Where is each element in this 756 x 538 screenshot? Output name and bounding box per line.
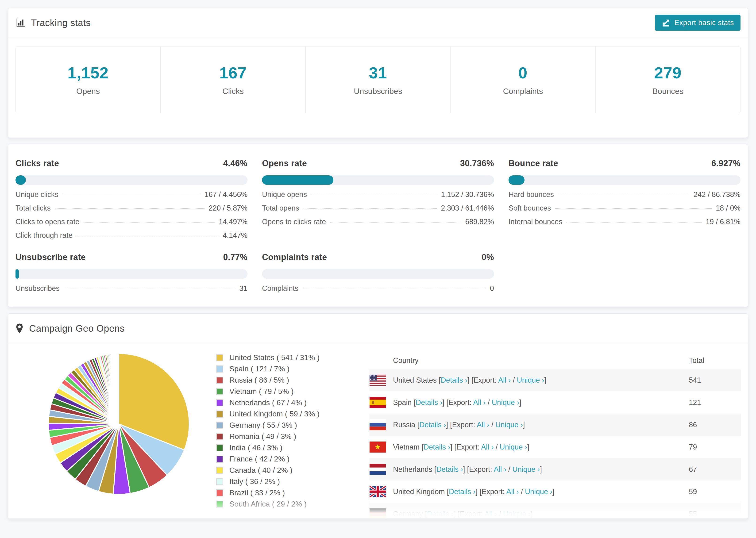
table-row-de: Germany [Details ›] [Export: All › / Uni… <box>369 503 741 519</box>
metric-value: 1,152 / 30.736% <box>441 190 494 199</box>
legend-swatch <box>216 377 223 384</box>
legend-item[interactable]: Canada ( 40 / 2% ) <box>216 466 362 475</box>
total-cell: 79 <box>689 443 741 452</box>
total-cell: 59 <box>689 488 741 496</box>
export-all-link[interactable]: All › <box>477 421 489 429</box>
metric-value: 19 / 6.81% <box>706 218 740 226</box>
stat-value: 279 <box>654 64 681 82</box>
metric-value: 4.147% <box>223 231 247 240</box>
export-unique-link[interactable]: Unique › <box>500 443 527 451</box>
country-column-header: Country <box>369 356 689 365</box>
country-cell: Vietnam [Details ›] [Export: All › / Uni… <box>369 442 689 453</box>
export-unique-link[interactable]: Unique › <box>503 510 531 518</box>
rate-title: Bounce rate <box>509 158 558 168</box>
legend-label: France ( 42 / 2% ) <box>229 455 290 463</box>
metric-label: Soft bounces <box>509 204 551 212</box>
export-all-link[interactable]: All › <box>484 510 497 518</box>
export-all-link[interactable]: All › <box>506 488 519 496</box>
details-link[interactable]: Details › <box>427 510 454 518</box>
export-unique-link[interactable]: Unique › <box>495 421 523 429</box>
dotted-leader <box>55 208 204 209</box>
legend-swatch <box>216 388 223 395</box>
legend-item[interactable]: Brazil ( 33 / 2% ) <box>216 488 362 497</box>
legend-item[interactable]: Italy ( 36 / 2% ) <box>216 477 362 486</box>
metric-value: 18 / 0% <box>716 204 740 212</box>
rate-title: Opens rate <box>262 158 307 168</box>
export-unique-link[interactable]: Unique › <box>512 465 540 473</box>
details-link[interactable]: Details › <box>423 443 450 451</box>
progress-bar-track <box>16 175 247 185</box>
export-all-link[interactable]: All › <box>481 443 494 451</box>
legend-swatch <box>216 399 223 406</box>
country-links: Netherlands [Details ›] [Export: All › /… <box>393 465 542 474</box>
metric-row: Unsubscribes31 <box>16 284 247 292</box>
details-link[interactable]: Details › <box>449 488 476 496</box>
stat-box-unsubscribes: 31Unsubscribes <box>305 46 451 113</box>
legend-item[interactable]: Spain ( 121 / 7% ) <box>216 364 362 373</box>
legend-label: India ( 46 / 3% ) <box>229 443 283 452</box>
stat-box-clicks: 167Clicks <box>160 46 305 113</box>
legend-item[interactable]: Romania ( 49 / 3% ) <box>216 432 362 441</box>
legend-swatch <box>216 467 223 474</box>
metric-row: Internal bounces19 / 6.81% <box>509 218 740 226</box>
legend-label: South Africa ( 29 / 2% ) <box>229 500 307 509</box>
legend-item[interactable]: Germany ( 55 / 3% ) <box>216 421 362 430</box>
legend-item[interactable]: India ( 46 / 3% ) <box>216 443 362 452</box>
legend-swatch <box>216 444 223 452</box>
country-links: Vietnam [Details ›] [Export: All › / Uni… <box>393 443 529 452</box>
tracking-stats-card: Tracking stats Export basic stats 1,152O… <box>8 8 748 138</box>
pie-slice[interactable] <box>119 353 119 424</box>
total-cell: 121 <box>689 398 741 407</box>
geo-opens-card: Campaign Geo Opens United States ( 541 /… <box>8 313 748 519</box>
metric-row: Opens to clicks rate689.82% <box>262 218 494 226</box>
legend-item[interactable]: Russia ( 86 / 5% ) <box>216 376 362 385</box>
details-link[interactable]: Details › <box>419 421 446 429</box>
total-column-header: Total <box>689 356 741 365</box>
total-cell: 541 <box>689 376 741 385</box>
details-link[interactable]: Details › <box>441 376 467 384</box>
table-row-vn: Vietnam [Details ›] [Export: All › / Uni… <box>369 436 741 458</box>
metric-row: Total clicks220 / 5.87% <box>16 204 247 212</box>
rate-value: 0.77% <box>223 252 247 262</box>
table-row-es: Spain [Details ›] [Export: All › / Uniqu… <box>369 391 741 413</box>
legend-label: Germany ( 55 / 3% ) <box>229 421 297 430</box>
rate-value: 30.736% <box>460 158 494 168</box>
rate-title: Complaints rate <box>262 252 327 262</box>
legend-item[interactable]: Netherlands ( 67 / 4% ) <box>216 398 362 407</box>
export-all-link[interactable]: All › <box>494 465 506 473</box>
progress-bar-fill <box>16 269 19 279</box>
legend-item[interactable]: Vietnam ( 79 / 5% ) <box>216 387 362 396</box>
country-cell: Russia [Details ›] [Export: All › / Uniq… <box>369 419 689 430</box>
metric-value: 2,303 / 61.446% <box>441 204 494 212</box>
legend-swatch <box>216 478 223 485</box>
export-all-link[interactable]: All › <box>473 398 486 406</box>
dotted-leader <box>303 289 486 289</box>
flag-nl <box>369 464 386 475</box>
legend-item[interactable]: United Kingdom ( 59 / 3% ) <box>216 409 362 418</box>
details-link[interactable]: Details › <box>416 398 443 406</box>
export-unique-link[interactable]: Unique › <box>525 488 553 496</box>
table-row-ru: Russia [Details ›] [Export: All › / Uniq… <box>369 413 741 436</box>
details-link[interactable]: Details › <box>436 465 463 473</box>
geo-legend: United States ( 541 / 31% )Spain ( 121 /… <box>216 352 362 511</box>
metric-label: Internal bounces <box>509 218 562 226</box>
legend-item[interactable]: United States ( 541 / 31% ) <box>216 353 362 362</box>
flag-ru <box>369 419 386 430</box>
dotted-leader <box>330 222 461 223</box>
export-unique-link[interactable]: Unique › <box>517 376 544 384</box>
export-unique-link[interactable]: Unique › <box>492 398 519 406</box>
rate-head: Opens rate30.736% <box>262 158 494 168</box>
export-basic-stats-button[interactable]: Export basic stats <box>655 15 740 31</box>
metric-label: Clicks to opens rate <box>16 218 80 226</box>
stat-label: Opens <box>76 86 100 96</box>
metric-label: Hard bounces <box>509 190 554 199</box>
legend-item[interactable]: France ( 42 / 2% ) <box>216 455 362 463</box>
export-icon <box>662 19 670 27</box>
progress-bar-track <box>262 269 494 279</box>
stat-value: 167 <box>219 64 246 82</box>
legend-item[interactable]: South Africa ( 29 / 2% ) <box>216 500 362 509</box>
export-all-link[interactable]: All › <box>498 376 511 384</box>
stat-label: Complaints <box>503 86 543 96</box>
legend-label: Vietnam ( 79 / 5% ) <box>229 387 294 396</box>
stat-label: Unsubscribes <box>354 86 402 96</box>
